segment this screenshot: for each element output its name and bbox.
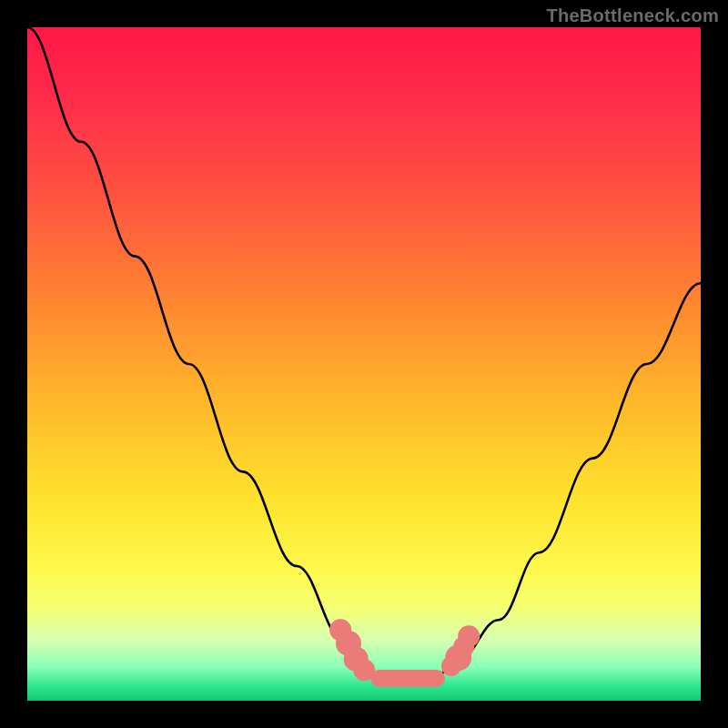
floor-bar [370, 670, 444, 687]
watermark-text: TheBottleneck.com [546, 5, 719, 26]
marker-layer [27, 27, 701, 701]
plot-area [27, 27, 701, 701]
curve-marker [459, 625, 480, 647]
chart-stage: TheBottleneck.com [0, 0, 728, 728]
